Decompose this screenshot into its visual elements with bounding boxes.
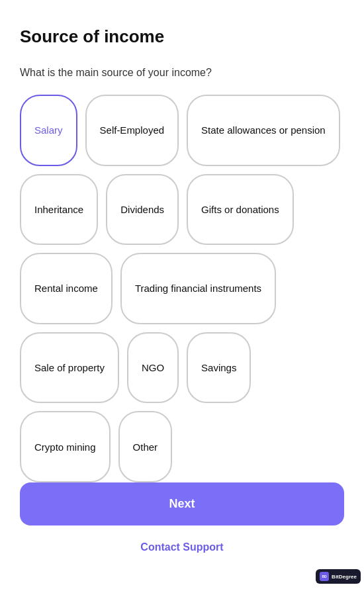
bitdegree-badge: BitDegree [322, 567, 355, 586]
chip-state-allowances[interactable]: State allowances or pension [187, 95, 340, 166]
chip-rental[interactable]: Rental income [20, 253, 113, 324]
chips-container: SalarySelf-EmployedState allowances or p… [20, 95, 344, 482]
bottom-section: Next Contact Support [20, 482, 344, 573]
contact-support-link[interactable]: Contact Support [20, 541, 344, 553]
chip-self-employed[interactable]: Self-Employed [85, 95, 179, 166]
chip-salary[interactable]: Salary [20, 95, 77, 166]
page-container: Source of income What is the main source… [0, 0, 364, 593]
chip-ngo[interactable]: NGO [127, 332, 179, 404]
chip-trading[interactable]: Trading financial instruments [120, 253, 276, 324]
chip-crypto-mining[interactable]: Crypto mining [20, 411, 111, 482]
bitdegree-icon [320, 572, 329, 581]
next-button[interactable]: Next [20, 482, 344, 525]
chip-other[interactable]: Other [118, 411, 173, 482]
page-question: What is the main source of your income? [20, 67, 344, 79]
chip-inheritance[interactable]: Inheritance [20, 174, 98, 246]
chip-savings[interactable]: Savings [187, 332, 251, 404]
bitdegree-label: BitDegree [332, 574, 357, 580]
chip-dividends[interactable]: Dividends [106, 174, 179, 246]
chip-gifts[interactable]: Gifts or donations [187, 174, 294, 246]
chip-sale-property[interactable]: Sale of property [20, 332, 119, 404]
page-title: Source of income [20, 26, 344, 47]
